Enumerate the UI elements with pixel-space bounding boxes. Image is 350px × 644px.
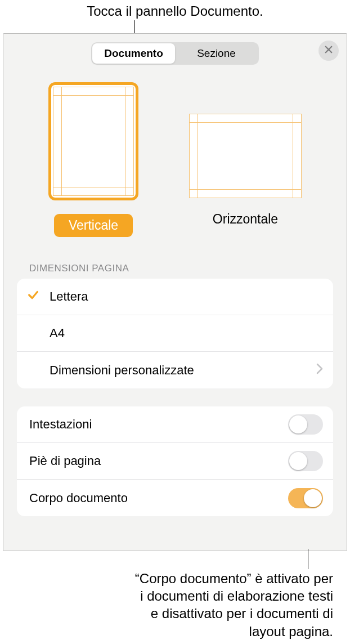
setting-footers: Piè di pagina xyxy=(17,443,333,480)
tab-documento-label: Documento xyxy=(104,47,163,60)
landscape-label: Orizzontale xyxy=(213,212,278,227)
page-size-a4-label: A4 xyxy=(17,326,323,341)
page-size-title: DIMENSIONI PAGINA xyxy=(29,263,347,274)
orientation-portrait[interactable]: Verticale xyxy=(48,82,138,237)
page-size-list: Lettera A4 Dimensioni personalizzate xyxy=(17,279,333,388)
page-size-custom-label: Dimensioni personalizzate xyxy=(17,363,316,378)
tab-sezione-label: Sezione xyxy=(197,47,236,60)
chevron-right-icon xyxy=(316,363,323,378)
document-panel: Documento Sezione Verticale xyxy=(3,33,347,551)
setting-headers: Intestazioni xyxy=(17,406,333,443)
landscape-preview xyxy=(189,114,302,198)
portrait-preview xyxy=(48,82,138,200)
page-size-letter-label: Lettera xyxy=(50,289,323,304)
tab-sezione[interactable]: Sezione xyxy=(175,43,258,64)
callout-bottom-l4: layout pagina. xyxy=(0,623,333,640)
page-size-a4[interactable]: A4 xyxy=(17,315,333,352)
setting-body-toggle[interactable] xyxy=(288,488,323,508)
orientation-landscape[interactable]: Orizzontale xyxy=(189,82,302,237)
callout-bottom-l1: “Corpo documento” è attivato per xyxy=(0,570,333,587)
tab-segment-control: Documento Sezione xyxy=(91,42,259,65)
check-icon xyxy=(27,289,39,305)
panel-header: Documento Sezione xyxy=(3,34,347,68)
setting-footers-toggle[interactable] xyxy=(288,451,323,471)
setting-footers-label: Piè di pagina xyxy=(29,454,288,468)
close-icon xyxy=(324,44,334,57)
close-button[interactable] xyxy=(318,41,339,61)
page-size-custom[interactable]: Dimensioni personalizzate xyxy=(17,352,333,388)
tab-documento[interactable]: Documento xyxy=(92,43,175,64)
orientation-selector: Verticale Orizzontale xyxy=(3,82,347,237)
callout-bottom-line xyxy=(308,549,308,569)
setting-headers-toggle[interactable] xyxy=(288,414,323,435)
callout-bottom-text: “Corpo documento” è attivato per i docum… xyxy=(0,570,333,640)
callout-top-text: Tocca il pannello Documento. xyxy=(0,0,350,19)
page-size-letter[interactable]: Lettera xyxy=(17,279,333,315)
setting-body: Corpo documento xyxy=(17,480,333,516)
callout-top-line xyxy=(134,20,135,33)
portrait-label: Verticale xyxy=(54,214,133,237)
document-settings-list: Intestazioni Piè di pagina Corpo documen… xyxy=(17,406,333,516)
callout-bottom-l2: i documenti di elaborazione testi xyxy=(0,587,333,605)
setting-body-label: Corpo documento xyxy=(29,491,288,506)
callout-bottom-l3: e disattivato per i documenti di xyxy=(0,605,333,622)
setting-headers-label: Intestazioni xyxy=(29,417,288,432)
